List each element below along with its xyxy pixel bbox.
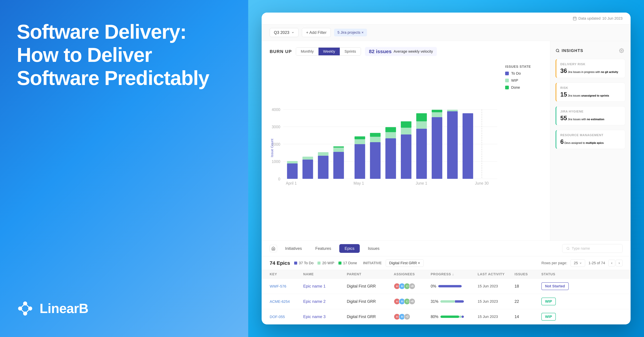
right-panel: Data updated 10 Jun 2023 Q3 2023 + Add F… (248, 0, 644, 337)
svg-rect-38 (370, 133, 380, 137)
add-filter-button[interactable]: + Add Filter (302, 28, 331, 37)
pagination-info: 1-25 of 74 (588, 261, 605, 265)
tab-sprints[interactable]: Sprints (340, 48, 360, 55)
row1-parent: Digital First GRR (347, 284, 394, 288)
home-icon (271, 246, 276, 250)
data-updated-date: 10 Jun 2023 (602, 16, 622, 20)
insights-header: INSIGHTS (556, 47, 625, 54)
insights-label: INSIGHTS (562, 48, 583, 53)
next-page-button[interactable]: › (616, 260, 622, 266)
tab-epics[interactable]: Epics (339, 244, 360, 253)
tab-initiatives[interactable]: Initiatives (280, 244, 307, 253)
burnup-chart: 4000 3000 2000 1000 0 Issue Count (270, 61, 501, 234)
svg-text:May 1: May 1 (354, 181, 364, 186)
svg-rect-37 (370, 137, 380, 142)
resource-text: Devs assigned to multiple epics (564, 142, 604, 144)
row3-progress: 80% (431, 314, 478, 319)
tab-issues[interactable]: Issues (362, 244, 385, 253)
row1-bar (438, 285, 462, 287)
issues-count: 82 issues (369, 48, 392, 54)
wip-label: WIP (511, 78, 518, 83)
svg-line-59 (558, 52, 559, 52)
row1-key[interactable]: WWF-576 (270, 284, 286, 288)
row3-bar (440, 316, 464, 318)
rows-per-page-label: Rows per page: (541, 261, 567, 265)
row2-issues: 22 (514, 299, 541, 304)
row3-key[interactable]: DOF-055 (270, 315, 285, 319)
logo-text: LinearB (40, 301, 88, 316)
delivery-risk-content: 36 Jira Issues in progress with no git a… (560, 68, 621, 74)
jira-projects-tag[interactable]: 5 Jira projects × (334, 29, 367, 36)
todo-stat-label: 37 To Do (299, 261, 314, 265)
row1-status[interactable]: Not Started (541, 282, 569, 290)
issues-state-panel: ISSUES STATE To Do WIP Done (505, 61, 542, 234)
risk-highlight: unassigned to sprints (581, 94, 609, 97)
pagination-buttons: ‹ › (608, 260, 622, 266)
row3-pct: 80% (431, 314, 438, 319)
insights-gear-button[interactable] (618, 47, 625, 54)
avatar-overflow: +6 (409, 283, 415, 290)
risk-category: RISK (560, 86, 621, 90)
todo-label: To Do (511, 71, 521, 76)
data-updated-text: Data updated (578, 16, 600, 20)
svg-rect-29 (318, 152, 328, 156)
row3-status[interactable]: WIP (541, 313, 556, 320)
resource-category: RESOURCE MANAGEMENT (560, 134, 621, 137)
rows-select[interactable]: 25 (570, 259, 585, 267)
insight-resource: RESOURCE MANAGEMENT 6 Devs assigned to m… (556, 130, 625, 149)
col-status: STATUS (541, 272, 575, 276)
svg-text:Issue Count: Issue Count (270, 139, 274, 157)
svg-rect-44 (401, 122, 412, 128)
search-icon (556, 48, 560, 53)
row2-activity: 15 Jun 2023 (478, 299, 514, 304)
table-row: ACME-6254 Epic name 2 Digital First GRR … (262, 294, 630, 309)
svg-rect-41 (386, 127, 396, 132)
resource-highlight: multiple epics (586, 142, 604, 144)
row1-pct: 0% (431, 284, 436, 288)
row2-key[interactable]: ACME-6254 (270, 300, 290, 304)
row1-name[interactable]: Epic name 1 (303, 284, 326, 288)
svg-rect-30 (334, 152, 344, 179)
wip-stat-dot (318, 262, 320, 264)
period-filter[interactable]: Q3 2023 (270, 28, 298, 37)
dashboard-container: Data updated 10 Jun 2023 Q3 2023 + Add F… (262, 12, 630, 324)
hygiene-highlight: no estimation (587, 118, 604, 121)
main-headline: Software Delivery: How to Deliver Softwa… (17, 20, 218, 90)
tab-weekly[interactable]: Weekly (318, 48, 340, 55)
row2-status[interactable]: WIP (541, 298, 556, 305)
nav-tabs-left: Initiatives Features Epics Issues (270, 244, 385, 253)
initiative-tag[interactable]: Digital First GRR × (386, 259, 424, 267)
tab-monthly[interactable]: Monthly (296, 48, 318, 55)
insight-risk: RISK 15 Jira issues unassigned to sprint… (556, 83, 625, 102)
svg-line-6 (20, 308, 25, 314)
svg-rect-48 (432, 117, 442, 179)
row3-name[interactable]: Epic name 3 (303, 314, 326, 319)
home-button[interactable] (270, 245, 277, 252)
jira-tag-label: 5 Jira projects × (338, 30, 364, 35)
svg-rect-36 (370, 142, 380, 179)
insights-panel: INSIGHTS DELIVERY RISK 36 Jira Issues in… (550, 41, 630, 240)
tab-features[interactable]: Features (310, 244, 336, 253)
svg-rect-43 (401, 128, 412, 134)
col-name: NAME (303, 272, 347, 276)
left-panel: Software Delivery: How to Deliver Softwa… (0, 0, 248, 337)
row2-name[interactable]: Epic name 2 (303, 299, 326, 304)
chevron-down-rows-icon (579, 262, 582, 264)
svg-text:1000: 1000 (272, 160, 280, 164)
insights-title: INSIGHTS (556, 48, 583, 53)
period-label: Q3 2023 (274, 30, 289, 35)
main-content: BURN UP Monthly Weekly Sprints 82 issues… (262, 41, 630, 240)
svg-rect-50 (432, 110, 442, 112)
search-input[interactable]: Type name (562, 244, 622, 253)
col-progress: PROGRESS ↓ (431, 272, 478, 276)
rows-count: 25 (574, 261, 578, 265)
row2-bar (440, 300, 464, 303)
svg-text:June 30: June 30 (475, 181, 489, 186)
insight-hygiene: JIRA HYGIENE 55 Jira Issues with no esti… (556, 106, 625, 125)
legend-todo: To Do (505, 71, 542, 76)
svg-text:4000: 4000 (272, 108, 280, 112)
top-bar: Data updated 10 Jun 2023 (262, 12, 630, 24)
svg-rect-53 (462, 113, 473, 179)
data-table: KEY NAME PARENT ASSIGNEES PROGRESS ↓ LAS… (262, 270, 630, 324)
prev-page-button[interactable]: ‹ (608, 260, 615, 266)
